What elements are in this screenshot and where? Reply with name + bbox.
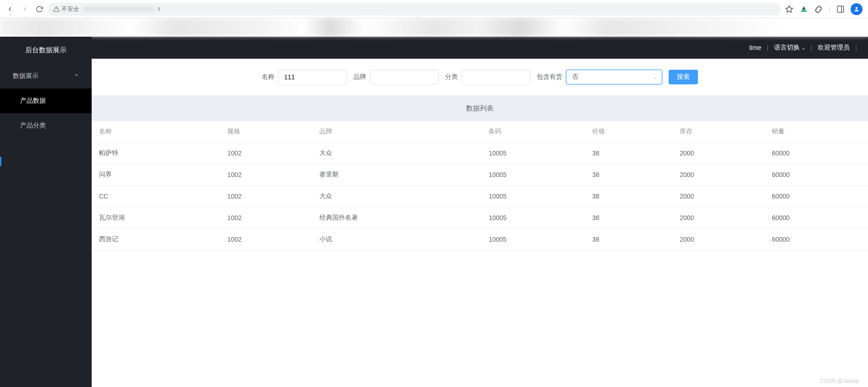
table-cell: 1002 bbox=[220, 207, 312, 229]
table-row[interactable]: 瓦尔登湖1002经典国外名著1000538200060000 bbox=[92, 207, 868, 229]
table-cell: 大众 bbox=[312, 186, 481, 207]
chevron-up-icon: ⌄ bbox=[74, 73, 79, 79]
table-cell: 大众 bbox=[312, 143, 481, 164]
table-cell: 10005 bbox=[481, 186, 585, 207]
table-cell: 1002 bbox=[220, 186, 312, 207]
svg-marker-2 bbox=[786, 6, 792, 12]
table-cell: 10005 bbox=[481, 229, 585, 250]
extensions-icon[interactable] bbox=[814, 5, 823, 14]
sidebar-item-label: 数据展示 bbox=[13, 72, 38, 80]
data-table: 名称规格品牌条码价格库存销量 帕萨特1002大众1000538200060000… bbox=[92, 121, 868, 250]
table-header-cell: 库存 bbox=[672, 121, 764, 143]
table-cell: 西游记 bbox=[92, 229, 220, 250]
table-cell: 经典国外名著 bbox=[312, 207, 481, 229]
table-header-cell: 名称 bbox=[92, 121, 220, 143]
table-cell: 1002 bbox=[220, 143, 312, 164]
profile-avatar[interactable] bbox=[851, 3, 863, 15]
svg-rect-3 bbox=[837, 6, 844, 12]
table-cell: 10005 bbox=[481, 164, 585, 186]
table-cell: 38 bbox=[585, 164, 672, 186]
app-header: time | 语言切换 ⌄ | 欢迎管理员 | bbox=[92, 37, 868, 59]
reload-button[interactable] bbox=[35, 5, 44, 14]
watermark: CSDN @Jastep bbox=[820, 378, 859, 384]
search-instock-select[interactable]: 否 ⌄ bbox=[566, 70, 662, 84]
insecure-label: 不安全 bbox=[61, 5, 79, 13]
table-cell: 60000 bbox=[764, 186, 868, 207]
sidebar-item-product-data[interactable]: 产品数据 bbox=[0, 88, 92, 113]
table-cell: 1002 bbox=[220, 229, 312, 250]
url-suffix: t bbox=[158, 6, 160, 12]
sidebar: 后台数据展示 数据展示 ⌄ 产品数据 产品分类 bbox=[0, 37, 92, 387]
search-instock-label: 包含有货 bbox=[537, 73, 562, 81]
table-row[interactable]: CC1002大众1000538200060000 bbox=[92, 186, 868, 207]
table-cell: 60000 bbox=[764, 229, 868, 250]
header-welcome: 欢迎管理员 bbox=[816, 44, 852, 52]
table-cell: 10005 bbox=[481, 143, 585, 164]
search-category-input[interactable] bbox=[461, 70, 530, 84]
table-cell: 1002 bbox=[220, 164, 312, 186]
sidebar-indicator bbox=[0, 157, 1, 166]
table-cell: 60000 bbox=[764, 207, 868, 229]
vue-devtools-icon[interactable] bbox=[799, 5, 808, 14]
table-cell: CC bbox=[92, 186, 220, 207]
url-bar[interactable]: 不安全 xxxxxxxxxxxxxxxxxxxxxxxx t bbox=[48, 3, 781, 16]
table-cell: 38 bbox=[585, 207, 672, 229]
sidebar-item-data-display[interactable]: 数据展示 ⌄ bbox=[0, 64, 92, 88]
search-name-label: 名称 bbox=[262, 73, 275, 81]
sidebar-item-label: 产品分类 bbox=[20, 122, 46, 130]
search-brand-label: 品牌 bbox=[353, 73, 366, 81]
search-name-input[interactable] bbox=[278, 70, 347, 84]
table-header-cell: 规格 bbox=[220, 121, 312, 143]
table-header-cell: 价格 bbox=[585, 121, 672, 143]
table-cell: 38 bbox=[585, 186, 672, 207]
sidebar-item-product-category[interactable]: 产品分类 bbox=[0, 113, 92, 138]
search-category-label: 分类 bbox=[445, 73, 458, 81]
chevron-down-icon: ⌄ bbox=[802, 45, 805, 50]
table-cell: 小说 bbox=[312, 229, 481, 250]
table-header-row: 名称规格品牌条码价格库存销量 bbox=[92, 121, 868, 143]
search-button[interactable]: 搜索 bbox=[669, 70, 698, 84]
table-header-cell: 条码 bbox=[481, 121, 585, 143]
table-cell: 2000 bbox=[672, 229, 764, 250]
table-cell: 2000 bbox=[672, 164, 764, 186]
warning-icon bbox=[53, 6, 60, 12]
search-bar: 名称 品牌 分类 包含有货 否 ⌄ 搜索 bbox=[92, 59, 868, 95]
table-cell: 帕萨特 bbox=[92, 143, 220, 164]
svg-point-5 bbox=[856, 7, 858, 9]
panel-icon[interactable] bbox=[836, 5, 845, 14]
chevron-down-icon: ⌄ bbox=[653, 74, 657, 80]
table-header-cell: 销量 bbox=[764, 121, 868, 143]
search-brand-input[interactable] bbox=[370, 70, 439, 84]
blurred-tab-area bbox=[0, 18, 868, 37]
table-cell: 38 bbox=[585, 143, 672, 164]
table-cell: 2000 bbox=[672, 186, 764, 207]
forward-button[interactable] bbox=[20, 5, 29, 14]
browser-toolbar: 不安全 xxxxxxxxxxxxxxxxxxxxxxxx t | bbox=[0, 0, 868, 18]
table-cell: 问界 bbox=[92, 164, 220, 186]
table-title: 数据列表 bbox=[92, 95, 868, 121]
star-icon[interactable] bbox=[785, 5, 794, 14]
table-row[interactable]: 帕萨特1002大众1000538200060000 bbox=[92, 143, 868, 164]
table-cell: 60000 bbox=[764, 143, 868, 164]
sidebar-title: 后台数据展示 bbox=[0, 37, 92, 64]
table-cell: 2000 bbox=[672, 143, 764, 164]
table-cell: 瓦尔登湖 bbox=[92, 207, 220, 229]
table-row[interactable]: 问界1002赛里斯1000538200060000 bbox=[92, 164, 868, 186]
header-time: time bbox=[747, 44, 763, 51]
table-cell: 赛里斯 bbox=[312, 164, 481, 186]
table-cell: 2000 bbox=[672, 207, 764, 229]
sidebar-item-label: 产品数据 bbox=[20, 97, 46, 105]
table-cell: 60000 bbox=[764, 164, 868, 186]
table-cell: 10005 bbox=[481, 207, 585, 229]
table-row[interactable]: 西游记1002小说1000538200060000 bbox=[92, 229, 868, 250]
table-cell: 38 bbox=[585, 229, 672, 250]
back-button[interactable] bbox=[5, 5, 15, 14]
table-header-cell: 品牌 bbox=[312, 121, 481, 143]
header-lang-switch[interactable]: 语言切换 ⌄ bbox=[772, 44, 807, 52]
